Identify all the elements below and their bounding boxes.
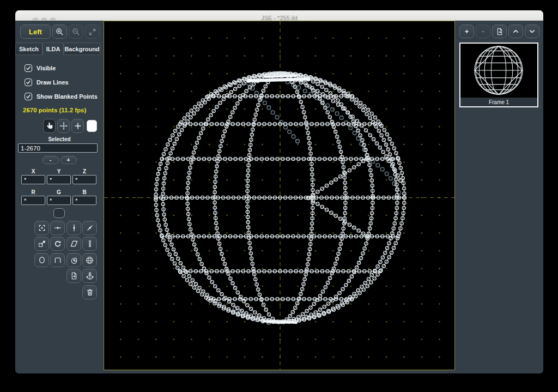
selection-grow-button[interactable]: + bbox=[60, 156, 77, 164]
y-label: Y bbox=[47, 168, 71, 174]
globe-icon bbox=[85, 256, 94, 265]
checkbox-checked-icon bbox=[25, 93, 32, 100]
zoom-in-icon bbox=[55, 27, 64, 37]
checkbox-show-blanked-points[interactable]: Show Blanked Points bbox=[25, 93, 98, 100]
checkbox-checked-icon bbox=[25, 79, 32, 86]
move-arrows-icon bbox=[59, 122, 68, 130]
selection-shrink-button[interactable]: - bbox=[43, 156, 59, 164]
point-color-swatch[interactable] bbox=[87, 120, 97, 132]
rectangle-tool-button[interactable] bbox=[50, 253, 65, 267]
canvas-area bbox=[104, 21, 455, 373]
expand-icon bbox=[88, 28, 96, 36]
file-export-icon bbox=[70, 272, 78, 280]
chevron-up-icon bbox=[512, 27, 520, 35]
rotate-icon bbox=[53, 239, 62, 248]
frame-thumbnail[interactable]: Frame 1 bbox=[459, 43, 538, 107]
zoom-in-button[interactable] bbox=[52, 25, 67, 39]
z-label: Z bbox=[72, 168, 96, 174]
sphere-tool-button[interactable] bbox=[82, 253, 97, 267]
tab-sketch[interactable]: Sketch bbox=[15, 43, 43, 55]
vertical-line-point-icon bbox=[70, 224, 78, 232]
checkbox-label: Visible bbox=[37, 65, 56, 71]
z-field[interactable] bbox=[72, 175, 96, 184]
checkbox-visible[interactable]: Visible bbox=[25, 64, 56, 72]
checkbox-checked-icon bbox=[25, 64, 32, 72]
view-select-button[interactable]: Left bbox=[20, 25, 51, 39]
file-copy-icon bbox=[495, 27, 504, 36]
coil-icon bbox=[86, 239, 94, 248]
spiral-tool-button[interactable] bbox=[66, 253, 81, 267]
center-selection-button[interactable] bbox=[34, 221, 49, 235]
flatten-diagonal-button[interactable] bbox=[82, 221, 97, 235]
selection-range-input[interactable] bbox=[18, 143, 98, 153]
rectangle-icon bbox=[53, 256, 62, 264]
r-label: R bbox=[21, 189, 45, 195]
select-tool-button[interactable] bbox=[43, 119, 56, 133]
b-label: B bbox=[72, 189, 96, 195]
flatten-horizontal-button[interactable] bbox=[50, 221, 65, 235]
frame-label: Frame 1 bbox=[460, 98, 537, 106]
checkbox-draw-lines[interactable]: Draw Lines bbox=[25, 79, 69, 86]
duplicate-frame-button[interactable] bbox=[492, 25, 507, 38]
x-label: X bbox=[21, 168, 45, 174]
ellipse-tool-button[interactable] bbox=[34, 253, 49, 267]
b-field[interactable] bbox=[72, 196, 96, 205]
delete-selection-button[interactable] bbox=[82, 285, 97, 299]
editor-tabs: Sketch ILDA Background bbox=[15, 43, 100, 55]
move-frame-down-button[interactable] bbox=[525, 25, 539, 38]
app-window: JSE - *255.ild Left Sketch ILDA Backgrou… bbox=[15, 10, 543, 373]
checkbox-label: Show Blanked Points bbox=[37, 93, 98, 100]
scale-icon bbox=[38, 239, 46, 248]
x-field[interactable] bbox=[21, 175, 45, 184]
zoom-out-button[interactable] bbox=[69, 25, 83, 39]
ilda-frame-scene bbox=[104, 21, 454, 370]
add-frame-button[interactable]: + bbox=[459, 25, 474, 38]
g-field[interactable] bbox=[47, 196, 71, 205]
hand-pointer-icon bbox=[45, 122, 54, 130]
skew-tool-button[interactable] bbox=[66, 237, 81, 251]
frame-thumbnail-preview bbox=[460, 44, 537, 98]
frames-sidebar: + - Frame 1 bbox=[455, 21, 543, 373]
selected-label: Selected bbox=[15, 136, 104, 142]
titlebar: JSE - *255.ild bbox=[15, 10, 543, 21]
flatten-vertical-button[interactable] bbox=[66, 221, 81, 235]
fit-view-button[interactable] bbox=[85, 25, 100, 39]
anchor-icon bbox=[86, 272, 94, 280]
checkbox-label: Draw Lines bbox=[37, 79, 69, 86]
rotate-tool-button[interactable] bbox=[50, 237, 65, 251]
left-sidebar: Left Sketch ILDA Background Visible bbox=[15, 21, 104, 373]
export-frame-button[interactable] bbox=[66, 269, 81, 283]
r-field[interactable] bbox=[21, 196, 45, 205]
spiral-icon bbox=[70, 256, 78, 264]
diagonal-line-point-icon bbox=[86, 224, 94, 232]
laser-canvas[interactable] bbox=[104, 21, 455, 370]
horizontal-line-point-icon bbox=[53, 224, 62, 232]
trash-icon bbox=[86, 288, 94, 297]
tab-ilda[interactable]: ILDA bbox=[43, 43, 64, 55]
points-status: 2670 points (11.2 fps) bbox=[23, 107, 86, 113]
add-point-tool-button[interactable] bbox=[71, 119, 84, 133]
chevron-down-icon bbox=[528, 27, 536, 35]
tab-background[interactable]: Background bbox=[64, 43, 100, 55]
twist-tool-button[interactable] bbox=[82, 237, 97, 251]
selection-color-swatch[interactable] bbox=[53, 208, 65, 218]
anchor-tool-button[interactable] bbox=[82, 269, 97, 283]
plus-icon bbox=[74, 122, 82, 130]
g-label: G bbox=[47, 189, 71, 195]
move-tool-button[interactable] bbox=[57, 119, 70, 133]
parallelogram-icon bbox=[70, 239, 78, 248]
y-field[interactable] bbox=[47, 175, 71, 184]
ellipse-icon bbox=[38, 256, 46, 264]
scale-tool-button[interactable] bbox=[34, 237, 49, 251]
remove-frame-button[interactable]: - bbox=[476, 25, 490, 38]
focus-center-icon bbox=[38, 224, 46, 232]
zoom-out-icon bbox=[71, 27, 81, 37]
move-frame-up-button[interactable] bbox=[508, 25, 523, 38]
